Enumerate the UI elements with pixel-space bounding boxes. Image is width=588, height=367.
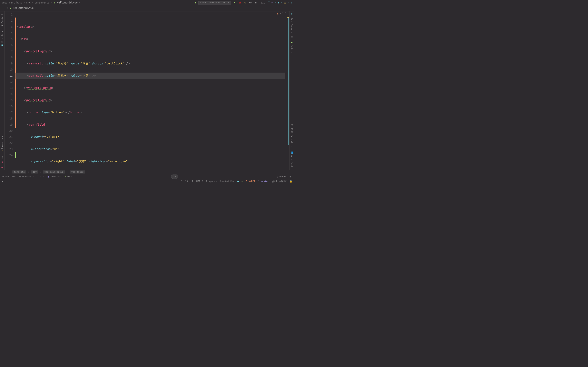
line-separator[interactable]: LF (191, 180, 193, 183)
watermark: @掘金技术社区 (272, 180, 287, 183)
chevron-down-icon: ▾ (228, 1, 229, 4)
stop-icon[interactable]: ■ (254, 1, 258, 4)
project-tool[interactable]: ■ Project (1, 13, 3, 27)
terminal-icon: ▣ (48, 175, 49, 178)
status-dot-icon: ● (237, 180, 239, 183)
editor-tabs: × HelloWorld.vue (0, 5, 294, 11)
statistic-tool[interactable]: ◔Statistic (19, 175, 34, 178)
indent[interactable]: 2 spaces (206, 180, 217, 183)
crumb-components[interactable]: components (35, 1, 49, 4)
keypromoter-tool[interactable]: Key Promoter X (291, 17, 293, 39)
git-toolbar: Git: ᛘ ➤ ⇥ ↺ ↶ 文 ⌕ ⚙ (261, 1, 292, 4)
translate-icon[interactable]: 文 (284, 1, 286, 4)
codota-tool[interactable]: ● Codota (291, 41, 293, 54)
top-navigation-bar: vue3-vant-base › src › components › Hell… (0, 0, 294, 5)
tab-helloworld[interactable]: × HelloWorld.vue (4, 5, 35, 11)
git-icon: ᛘ (38, 175, 39, 178)
crumb-root[interactable]: vue3-vant-base (2, 1, 22, 4)
struct-crumb-field[interactable]: van-field (70, 170, 85, 174)
prev-problem-icon[interactable]: ˄ (282, 12, 283, 15)
vue-file-icon (53, 1, 56, 4)
event-log-tool[interactable]: ◌Event Log (277, 175, 292, 178)
mic-icon: ⌥⌫ (173, 175, 176, 178)
run-config-label: DEBUG APPLICATION (200, 1, 225, 4)
git-branch[interactable]: ᛘ master (258, 180, 269, 183)
json-formatter-tool[interactable]: {} JSON Formatter (291, 123, 293, 148)
warning-icon: ▲ (277, 12, 278, 15)
lock-icon[interactable]: 🔒 (290, 180, 292, 183)
favorites-tool[interactable]: ★ Favorites (1, 135, 3, 153)
inspection-summary[interactable]: ▲4 ˄ ˅ (277, 12, 286, 15)
step-icon[interactable]: ▶▶ (249, 1, 252, 4)
git-revert-icon[interactable]: ↶ (281, 1, 282, 4)
vue-file-icon (9, 7, 12, 9)
git-history-icon[interactable]: ↺ (277, 1, 279, 4)
struct-crumb-group[interactable]: van-cell-group (43, 170, 65, 174)
build-icon[interactable]: ▣ (195, 1, 196, 4)
crumb-src[interactable]: src (26, 1, 31, 4)
git-label: Git: (261, 1, 267, 4)
collapse-icon[interactable]: ▣ (1, 166, 3, 168)
breadcrumb-sep-icon: › (79, 1, 80, 4)
warning-icon: ⊘ (2, 175, 4, 178)
run-config-select[interactable]: DEBUG APPLICATION ▾ (198, 1, 231, 4)
structure-tool[interactable]: ◧ Structure (1, 30, 3, 47)
todo-icon: ✓ (65, 175, 66, 178)
talk-button[interactable]: ⌥⌫ (171, 175, 178, 179)
cursor-position[interactable]: 11:13 (181, 180, 188, 183)
wordbook-tool[interactable]: 📘 Word Book (291, 150, 293, 168)
breadcrumbs: vue3-vant-base › src › components › Hell… (2, 1, 80, 4)
git-branch-icon[interactable]: ᛘ (268, 1, 270, 4)
settings-icon[interactable]: ⚙ (291, 1, 292, 4)
bottom-toolbar: ⊘Problems ◔Statistic ᛘGit ▣Terminal ✓TOD… (0, 174, 294, 179)
search-icon[interactable]: ⌕ (288, 1, 289, 4)
color-scheme[interactable]: Monokai Pro (220, 180, 234, 183)
svg-marker-0 (53, 2, 55, 3)
structure-breadcrumb: template› div› van-cell-group› van-field (0, 170, 294, 174)
debug-icon[interactable]: 🐞 (238, 1, 242, 4)
next-problem-icon[interactable]: ˅ (285, 12, 286, 15)
encoding[interactable]: UTF-8 (196, 180, 203, 183)
editor[interactable]: 1 2 3 4 5 6 7 8 9 10 11 12 13 14 15 16 1… (4, 11, 290, 170)
git-commit-icon[interactable]: ➤ (271, 1, 273, 4)
breadcrumb-sep-icon: › (51, 1, 52, 4)
status-bar: ▣ 11:13 LF UTF-8 2 spaces Monokai Pro ● … (0, 179, 294, 184)
npm-tool[interactable]: ● npm (1, 155, 3, 164)
struct-crumb-div[interactable]: div (31, 170, 38, 174)
sync-icon[interactable]: ↻ (242, 180, 243, 183)
coverage-icon[interactable]: ◷ (243, 1, 247, 4)
git-push-icon[interactable]: ⇥ (274, 1, 276, 4)
vcs-changes[interactable]: 5 Δ/N/A (246, 180, 255, 183)
code-area[interactable]: <template> <div> <van-cell-group> <van-c… (16, 11, 287, 170)
left-tool-rail: ■ Project ◧ Structure ★ Favorites ● npm … (0, 11, 4, 170)
log-icon: ◌ (277, 175, 278, 178)
tab-label: HelloWorld.vue (13, 7, 34, 9)
scrollbar-markers[interactable] (287, 11, 290, 170)
tool-window-icon[interactable]: ▣ (2, 180, 3, 183)
chart-icon: ◔ (19, 175, 21, 178)
svg-marker-1 (9, 7, 11, 9)
crumb-file[interactable]: HelloWorld.vue (57, 1, 78, 4)
problems-tool[interactable]: ⊘Problems (2, 175, 16, 178)
struct-crumb-template[interactable]: template (12, 170, 26, 174)
gutter: 1 2 3 4 5 6 7 8 9 10 11 12 13 14 15 16 1… (4, 11, 16, 170)
db-icon[interactable]: ◉ (291, 13, 292, 15)
git-tool[interactable]: ᛘGit (38, 175, 44, 178)
run-toolbar: ▣ DEBUG APPLICATION ▾ ▶ 🐞 ◷ ▶▶ ■ Git: ᛘ … (195, 1, 292, 4)
right-tool-rail: ◉ Key Promoter X ● Codota {} JSON Format… (290, 11, 294, 170)
run-icon[interactable]: ▶ (233, 1, 236, 4)
terminal-tool[interactable]: ▣Terminal (48, 175, 61, 178)
close-tab-icon[interactable]: × (7, 7, 8, 9)
todo-tool[interactable]: ✓TODO (65, 175, 72, 178)
breadcrumb-sep-icon: › (32, 1, 33, 4)
breadcrumb-sep-icon: › (24, 1, 25, 4)
